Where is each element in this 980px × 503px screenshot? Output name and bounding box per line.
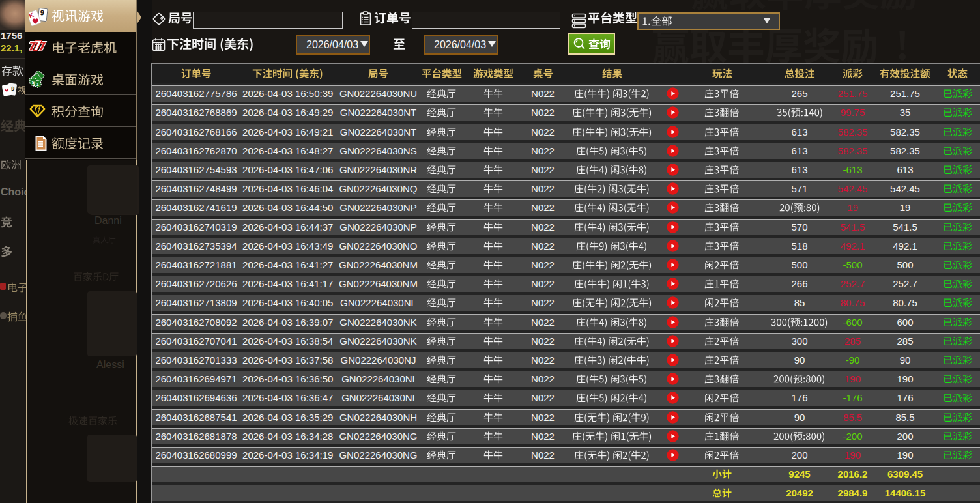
svg-text:1: 1 bbox=[36, 82, 39, 87]
svg-text:9: 9 bbox=[40, 8, 44, 17]
